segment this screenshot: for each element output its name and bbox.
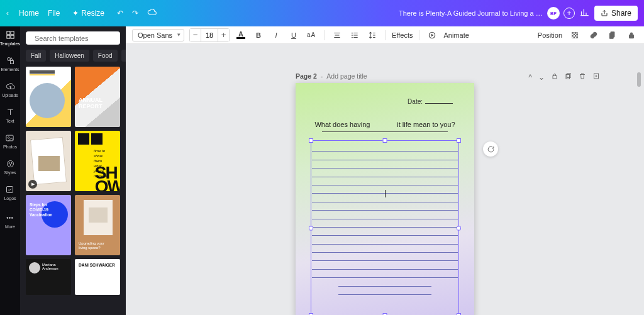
svg-point-13 (7, 218, 8, 219)
font-family-select[interactable]: Open Sans (132, 29, 184, 41)
template-thumb[interactable]: Steps for COVID-19 Vaccination (26, 195, 71, 255)
font-size-input[interactable] (201, 31, 218, 39)
resize-handle[interactable] (383, 138, 387, 143)
svg-rect-31 (609, 33, 613, 38)
resize-handle[interactable] (457, 138, 461, 143)
delete-page-icon[interactable] (579, 72, 586, 82)
add-page-icon[interactable] (592, 72, 600, 82)
resize-handle[interactable] (309, 226, 313, 230)
svg-point-10 (11, 163, 12, 164)
lock-icon[interactable] (625, 29, 638, 41)
svg-rect-27 (575, 35, 576, 36)
svg-rect-25 (576, 33, 577, 35)
rail-elements[interactable]: Elements (1, 56, 19, 72)
text-toolbar: Open Sans − + A B I U aA Effects Animate… (126, 26, 644, 44)
svg-rect-1 (11, 31, 14, 35)
insights-icon[interactable] (580, 8, 589, 19)
font-size-stepper[interactable]: − + (189, 28, 230, 42)
position-button[interactable]: Position (538, 31, 562, 39)
selection-box[interactable] (311, 140, 459, 315)
svg-point-9 (8, 163, 9, 164)
brand-avatar[interactable]: BP (547, 7, 560, 19)
rail-photos[interactable]: Photos (3, 133, 17, 149)
canvas-stage[interactable]: Page 2 - ^ ⌄ ⋯ Date: What does having it… (126, 44, 644, 315)
copy-style-icon[interactable] (606, 29, 619, 41)
page-up-icon[interactable]: ^ (528, 73, 532, 82)
svg-rect-12 (7, 187, 13, 193)
svg-rect-29 (576, 36, 577, 38)
scrollbar[interactable] (637, 72, 641, 87)
chip-fall[interactable]: Fall (26, 50, 46, 62)
canvas-page[interactable]: Date: What does having it life mean to y… (296, 83, 474, 315)
template-thumb[interactable]: Upgrading your living space? (75, 195, 120, 255)
italic-icon[interactable]: I (270, 29, 282, 41)
resize-menu[interactable]: ✦Resize (69, 8, 108, 19)
case-icon[interactable]: aA (305, 29, 318, 41)
animate-button[interactable]: Animate (443, 31, 469, 39)
document-title[interactable]: There is Plenty-A Guided Journal to Livi… (399, 9, 543, 17)
resize-handle[interactable] (309, 138, 313, 143)
share-button[interactable]: Share (594, 6, 638, 21)
add-collaborator-button[interactable]: + (564, 8, 575, 19)
back-chevron-icon[interactable]: ‹ (6, 9, 9, 18)
svg-point-17 (352, 32, 353, 33)
svg-rect-28 (574, 36, 575, 38)
svg-rect-34 (567, 74, 571, 78)
template-thumb[interactable]: time to show them what you're made ofSH … (75, 131, 120, 191)
svg-rect-33 (553, 76, 557, 79)
template-grid: ANNUAL REPORT ▶ time to show them what y… (20, 67, 126, 315)
list-icon[interactable] (348, 29, 361, 41)
search-input[interactable] (35, 35, 121, 42)
duplicate-page-icon[interactable] (565, 72, 572, 82)
svg-point-7 (8, 137, 10, 139)
svg-rect-3 (11, 35, 14, 38)
resize-handle[interactable] (457, 226, 461, 230)
page-sep: - (321, 72, 323, 80)
text-color-icon[interactable]: A (235, 29, 247, 41)
font-size-incr[interactable]: + (218, 29, 229, 41)
bold-icon[interactable]: B (252, 29, 265, 41)
rail-logos[interactable]: Logos (4, 185, 16, 201)
svg-point-18 (352, 35, 353, 36)
spacing-icon[interactable] (366, 29, 379, 41)
undo-icon[interactable]: ↶ (117, 9, 123, 18)
font-size-decr[interactable]: − (190, 29, 201, 41)
underline-icon[interactable]: U (287, 29, 300, 41)
rail-uploads[interactable]: Uploads (2, 82, 18, 97)
left-rail: Templates Elements Uploads Text Photos S… (0, 26, 20, 315)
svg-rect-22 (572, 32, 573, 33)
chip-halloween[interactable]: Halloween (50, 50, 89, 62)
lock-page-icon[interactable] (551, 72, 558, 82)
home-link[interactable]: Home (19, 9, 39, 18)
text-cursor (385, 190, 386, 197)
svg-rect-35 (566, 75, 570, 79)
page-controls: ^ ⌄ (528, 72, 600, 82)
svg-rect-0 (6, 31, 9, 35)
rail-more[interactable]: More (5, 213, 15, 229)
page-down-icon[interactable]: ⌄ (538, 73, 545, 82)
rail-templates[interactable]: Templates (0, 30, 20, 46)
chip-food[interactable]: Food (93, 50, 118, 62)
template-thumb[interactable]: DANI SCHWAIGER (75, 259, 120, 295)
page-title-input[interactable] (326, 72, 396, 80)
effects-button[interactable]: Effects (392, 31, 413, 39)
template-thumb[interactable]: ▶ (26, 131, 71, 191)
file-menu[interactable]: File (48, 9, 60, 18)
template-thumb[interactable]: Mariana Anderson (26, 259, 71, 295)
template-search[interactable] (26, 31, 120, 45)
redo-icon[interactable]: ↷ (132, 9, 138, 18)
cloud-sync-icon[interactable] (147, 8, 157, 19)
rail-styles[interactable]: Styles (4, 159, 16, 175)
page-header: Page 2 - (296, 72, 396, 80)
transparency-icon[interactable] (569, 29, 581, 41)
template-chip-row: Fall Halloween Food School Bir › (20, 47, 126, 67)
align-icon[interactable] (331, 29, 343, 41)
svg-rect-5 (10, 61, 13, 64)
svg-point-19 (352, 36, 353, 38)
rotate-button[interactable] (483, 141, 498, 157)
link-icon[interactable] (587, 29, 600, 41)
svg-point-11 (9, 165, 11, 166)
template-thumb[interactable]: ANNUAL REPORT (75, 67, 120, 127)
template-thumb[interactable] (26, 67, 71, 127)
rail-text[interactable]: Text (6, 108, 15, 123)
